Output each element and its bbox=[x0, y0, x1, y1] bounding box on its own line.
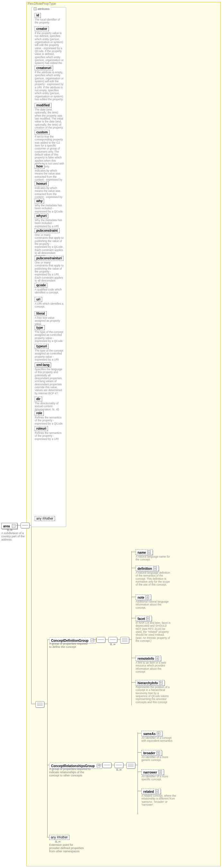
attr-name[interactable]: literal bbox=[35, 311, 46, 316]
relationships-sequence1 bbox=[102, 762, 112, 768]
minus-icon[interactable] bbox=[12, 524, 15, 528]
any-attribute: any ##other bbox=[35, 516, 55, 521]
attr-name[interactable]: why bbox=[35, 198, 44, 204]
node-related[interactable]: related bbox=[141, 788, 161, 794]
node-desc: Represents the position of a concept in … bbox=[136, 686, 171, 704]
node-remoteInfo[interactable]: remoteInfo bbox=[136, 656, 161, 661]
node-desc: A related concept, where the relationshi… bbox=[141, 795, 177, 806]
attr-xml-lang: xml:langSpecifies the language of this p… bbox=[35, 363, 63, 395]
attr-desc: Refines the semantics of the property - … bbox=[35, 431, 64, 441]
attr-desc: If the property value is not defined, sp… bbox=[35, 31, 64, 68]
node-desc: A natural language definition of the sem… bbox=[136, 571, 171, 587]
attr-desc: Specifies the language of this property … bbox=[35, 367, 64, 395]
definition-sequence1 bbox=[96, 637, 105, 643]
plus-icon[interactable] bbox=[159, 681, 163, 684]
any-other-help: Extension point for provider-defined pro… bbox=[49, 844, 85, 853]
node-note[interactable]: note bbox=[136, 594, 151, 600]
attr-custom: customIf set to true the corresponding p… bbox=[35, 130, 63, 168]
attr-creatoruri: creatoruriIf the attribute is empty, spe… bbox=[35, 66, 63, 101]
node-hierarchyInfo[interactable]: hierarchyInfo bbox=[136, 680, 164, 685]
minus-icon[interactable] bbox=[91, 639, 94, 642]
node-desc: In NAR 1.8 and later, facet is deprecate… bbox=[136, 621, 171, 642]
node-label: related bbox=[143, 790, 154, 794]
group-concept-relationships-help: A group of properites required to indica… bbox=[49, 768, 91, 777]
any-other-element: any ##other bbox=[49, 835, 69, 840]
type-label: Flex1RolePropType bbox=[28, 2, 56, 5]
attr-desc: The type of the concept assigned as cont… bbox=[35, 330, 64, 343]
node-sameAs[interactable]: sameAs bbox=[141, 731, 162, 736]
attr-name[interactable]: whyuri bbox=[35, 213, 48, 218]
attr-name[interactable]: pubconstraint bbox=[35, 228, 59, 233]
plus-icon[interactable] bbox=[146, 617, 150, 620]
attr-name[interactable]: creatoruri bbox=[35, 66, 53, 70]
attr-uri: uriA URI which identifies a concept. bbox=[35, 297, 63, 309]
plus-icon[interactable] bbox=[157, 751, 160, 754]
attr-literal: literalA free-text value assigned as pro… bbox=[35, 311, 63, 326]
attr-desc: If set to true the corresponding propert… bbox=[35, 135, 64, 168]
plus-icon[interactable] bbox=[153, 566, 157, 570]
node-narrower[interactable]: narrower bbox=[141, 769, 164, 775]
attr-typeuri: typeuriThe type of the concept assigned … bbox=[35, 344, 63, 361]
definition-sequence2 bbox=[108, 637, 117, 643]
node-desc: An identifier of a concept with equivale… bbox=[141, 737, 177, 743]
attr-name[interactable]: xml:lang bbox=[35, 363, 51, 367]
attr-pubconstraint: pubconstraintOne or many constraints tha… bbox=[35, 228, 63, 258]
attr-name[interactable]: creator bbox=[35, 26, 49, 31]
node-desc: An identifier of a more generic concept. bbox=[141, 756, 177, 762]
area-sequence bbox=[21, 523, 30, 528]
node-label: hierarchyInfo bbox=[137, 681, 158, 685]
attr-name[interactable]: dir bbox=[35, 397, 42, 401]
node-desc: Additional natural language information … bbox=[136, 600, 171, 609]
root-element-name: area bbox=[3, 524, 10, 528]
attr-name[interactable]: how bbox=[35, 164, 44, 169]
attr-whyuri: whyuriWhy the metadata has been included… bbox=[35, 213, 63, 228]
node-label: narrower bbox=[143, 771, 157, 774]
attr-qcode: qcodeA qualified code which identifies a… bbox=[35, 283, 63, 294]
attr-desc: The local identifier of the property. bbox=[35, 18, 64, 24]
plus-icon[interactable] bbox=[155, 789, 159, 793]
attr-name[interactable]: type bbox=[35, 325, 45, 330]
attr-name[interactable]: id bbox=[35, 13, 41, 18]
attr-desc: Why the metadata has been included - exp… bbox=[35, 204, 64, 213]
attr-name[interactable]: pubconstrainturi bbox=[35, 256, 63, 260]
node-definition[interactable]: definition bbox=[136, 566, 159, 571]
attr-role: roleRefines the semantics of the propert… bbox=[35, 411, 63, 425]
relationships-seq-card: 0..∞ bbox=[116, 768, 122, 771]
attr-name[interactable]: howuri bbox=[35, 181, 49, 186]
attr-name[interactable]: qcode bbox=[35, 283, 47, 288]
attr-name[interactable]: role bbox=[35, 411, 44, 415]
plus-icon[interactable] bbox=[158, 770, 162, 774]
any-other-card: 0..∞ bbox=[55, 840, 60, 843]
definition-choice bbox=[120, 637, 129, 643]
attr-name[interactable]: custom bbox=[35, 130, 50, 135]
attr-desc: One or many constraints that apply to pu… bbox=[35, 260, 64, 285]
attr-desc: The date (and, optionally, the time) whe… bbox=[35, 107, 64, 129]
attr-creator: creatorIf the property value is not defi… bbox=[35, 26, 63, 68]
node-facet[interactable]: facet bbox=[136, 616, 152, 621]
node-label: facet bbox=[137, 617, 145, 621]
node-label: name bbox=[137, 551, 146, 554]
attr-name[interactable]: roleuri bbox=[35, 426, 48, 431]
minus-icon[interactable] bbox=[97, 764, 100, 767]
attr-pubconstrainturi: pubconstrainturiOne or many constraints … bbox=[35, 256, 63, 285]
node-desc: A natural language name for the concept. bbox=[136, 555, 171, 561]
attr-name[interactable]: uri bbox=[35, 297, 42, 302]
attr-desc: A free-text value assigned as property v… bbox=[35, 316, 64, 326]
attr-name[interactable]: typeuri bbox=[35, 344, 49, 349]
attributes-title[interactable]: attributes bbox=[33, 7, 51, 10]
node-broader[interactable]: broader bbox=[141, 750, 162, 755]
relationships-choice bbox=[126, 762, 135, 769]
definition-seq-card: 0..∞ bbox=[110, 643, 115, 646]
plus-icon[interactable] bbox=[147, 551, 151, 554]
attr-desc: If the attribute is empty, specifies whi… bbox=[35, 70, 64, 101]
attr-name[interactable]: modified bbox=[35, 103, 52, 107]
node-desc: An identifier of a more specific concept… bbox=[141, 775, 177, 781]
node-label: note bbox=[137, 596, 144, 599]
attr-id: idThe local identifier of the property. bbox=[35, 13, 63, 24]
plus-icon[interactable] bbox=[146, 595, 149, 599]
node-name[interactable]: name bbox=[136, 550, 153, 555]
plus-icon[interactable] bbox=[157, 732, 160, 735]
plus-icon[interactable] bbox=[156, 656, 159, 660]
node-label: broader bbox=[143, 751, 155, 755]
relationships-sequence2 bbox=[115, 762, 123, 768]
